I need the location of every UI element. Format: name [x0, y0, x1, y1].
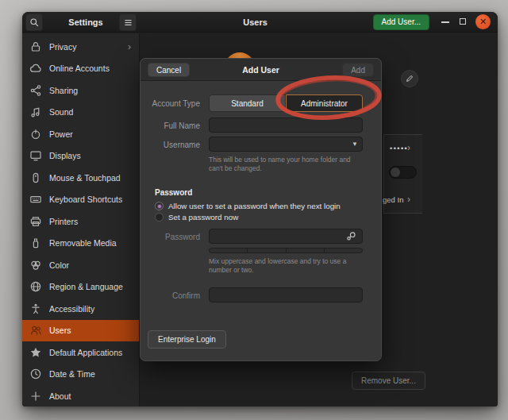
radio-set-password-next-login[interactable]: Allow user to set a password when they n… — [155, 202, 341, 210]
accessibility-icon — [29, 302, 42, 315]
search-button[interactable] — [25, 13, 43, 31]
chevron-right-icon[interactable]: › — [407, 142, 410, 153]
sidebar-item-label: About — [49, 391, 71, 401]
sidebar-item-label: Date & Time — [49, 369, 95, 379]
confirm-label: Confirm — [140, 291, 200, 300]
radio-button-icon — [155, 202, 164, 210]
password-section-header: Password — [155, 188, 192, 197]
display-icon — [29, 149, 42, 162]
username-dropdown-button[interactable]: ▼ — [348, 137, 361, 152]
sidebar-item-label: Mouse & Touchpad — [49, 173, 121, 183]
full-name-label: Full Name — [140, 121, 200, 130]
password-input[interactable] — [209, 229, 363, 244]
password-strength-hint: Mix uppercase and lowercase and try to u… — [209, 257, 366, 276]
close-button[interactable]: ✕ — [475, 14, 491, 29]
sidebar-item-label: Printers — [49, 217, 78, 226]
minimize-button[interactable] — [441, 21, 449, 23]
globe-icon — [29, 280, 42, 293]
sidebar-item-keyboard-shortcuts[interactable]: Keyboard Shortcuts — [22, 189, 139, 211]
keyboard-icon — [29, 193, 42, 206]
add-user-dialog: Add User Cancel Add Account Type Standar… — [140, 58, 382, 361]
page-title: Users — [140, 12, 371, 33]
password-label: Password — [140, 233, 200, 241]
lock-icon — [29, 40, 42, 53]
sidebar-item-printers[interactable]: Printers — [22, 210, 139, 233]
administrator-option-button[interactable]: Administrator — [286, 94, 363, 112]
sidebar-item-label: Privacy — [49, 42, 76, 52]
account-type-segmented: Standard Administrator — [209, 94, 363, 112]
username-hint: This will be used to name your home fold… — [209, 156, 366, 174]
add-user-button[interactable]: Add User... — [373, 14, 429, 30]
sidebar-item-sound[interactable]: Sound — [22, 102, 139, 124]
sidebar-item-accessibility[interactable]: Accessibility — [22, 298, 139, 320]
chevron-right-icon: › — [128, 41, 131, 52]
cloud-icon — [29, 62, 42, 75]
full-name-input[interactable] — [209, 118, 363, 133]
sidebar-item-label: Accessibility — [49, 304, 94, 314]
app-title: Settings — [54, 12, 117, 33]
sidebar-item-date-time[interactable]: Date & Time — [22, 364, 139, 386]
clock-icon — [29, 368, 42, 380]
sidebar-item-sharing[interactable]: Sharing — [22, 79, 139, 102]
users-icon — [29, 324, 42, 337]
sidebar-item-mouse-touchpad[interactable]: Mouse & Touchpad — [22, 167, 139, 189]
headerbar: Settings Users Add User... ✕ — [22, 12, 498, 33]
generate-password-button[interactable] — [345, 230, 358, 243]
add-button[interactable]: Add — [342, 63, 374, 77]
standard-option-button[interactable]: Standard — [209, 94, 286, 112]
sidebar-item-label: Color — [49, 260, 69, 270]
hamburger-icon — [123, 17, 133, 28]
sound-icon — [29, 106, 42, 118]
sidebar-item-displays[interactable]: Displays — [22, 145, 139, 168]
radio-button-icon — [155, 213, 164, 222]
mouse-icon — [29, 171, 42, 184]
cancel-button[interactable]: Cancel — [148, 63, 190, 77]
maximize-button[interactable] — [460, 18, 466, 25]
share-icon — [29, 84, 42, 97]
sidebar-item-label: Removable Media — [49, 238, 117, 248]
sidebar-item-label: Keyboard Shortcuts — [49, 195, 122, 204]
chevron-down-icon: ▼ — [352, 141, 358, 148]
sidebar-item-label: Region & Language — [49, 282, 123, 291]
power-icon — [29, 128, 42, 141]
password-strength-bar — [209, 248, 363, 253]
sidebar-item-online-accounts[interactable]: Online Accounts — [22, 58, 139, 80]
plus-icon — [29, 390, 42, 403]
automatic-login-toggle[interactable] — [389, 166, 417, 179]
user-detail-card: ••••• › ged In › — [383, 134, 422, 214]
sidebar-item-label: Sound — [49, 107, 73, 117]
sidebar-item-label: Displays — [49, 151, 81, 160]
dialog-header: Add User Cancel Add — [140, 59, 381, 81]
close-icon: ✕ — [479, 17, 487, 27]
sidebar-item-label: Online Accounts — [49, 64, 110, 73]
pencil-icon — [405, 74, 414, 83]
generate-password-icon — [345, 230, 357, 242]
color-icon — [29, 259, 42, 272]
sidebar-item-privacy[interactable]: Privacy› — [22, 36, 139, 58]
star-icon — [29, 346, 42, 359]
sidebar-item-about[interactable]: About — [22, 385, 139, 407]
settings-window: Settings Users Add User... ✕ Privacy›Onl… — [22, 12, 498, 407]
removable-icon — [29, 237, 42, 249]
search-icon — [29, 17, 40, 28]
remove-user-button[interactable]: Remove User... — [352, 372, 425, 390]
enterprise-login-button[interactable]: Enterprise Login — [148, 330, 226, 349]
radio-set-password-now[interactable]: Set a password now — [155, 213, 238, 222]
sidebar-item-color[interactable]: Color — [22, 254, 139, 276]
sidebar-item-users[interactable]: Users — [22, 320, 139, 342]
sidebar-item-power[interactable]: Power — [22, 123, 139, 145]
sidebar-item-region-language[interactable]: Region & Language — [22, 276, 139, 299]
sidebar-item-default-applications[interactable]: Default Applications — [22, 341, 139, 364]
edit-avatar-button[interactable] — [401, 70, 418, 87]
sidebar-item-label: Users — [49, 326, 71, 335]
password-dots: ••••• — [390, 144, 408, 152]
confirm-password-input[interactable] — [209, 287, 363, 302]
account-type-label: Account Type — [140, 99, 200, 108]
menu-button[interactable] — [119, 13, 137, 31]
sidebar: Privacy›Online AccountsSharingSoundPower… — [22, 33, 140, 407]
username-input[interactable] — [209, 137, 363, 152]
username-label: Username — [140, 141, 200, 149]
sidebar-item-removable-media[interactable]: Removable Media — [22, 233, 139, 255]
chevron-right-icon[interactable]: › — [407, 194, 410, 205]
sidebar-item-label: Power — [49, 129, 73, 139]
